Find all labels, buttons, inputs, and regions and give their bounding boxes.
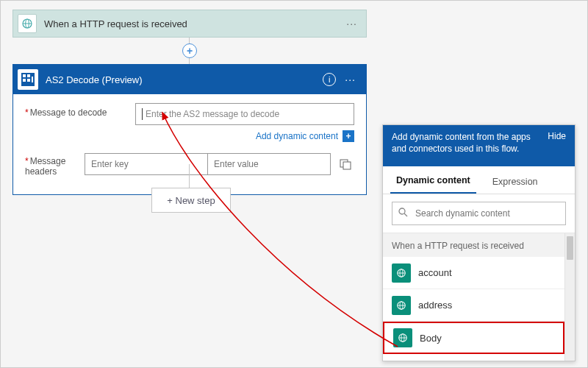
- action-menu-button[interactable]: ···: [342, 74, 359, 85]
- token-body[interactable]: Body: [383, 322, 564, 354]
- http-trigger-icon: [18, 14, 37, 33]
- token-label: address: [418, 300, 452, 311]
- http-token-icon: [393, 328, 412, 347]
- switch-to-text-mode-icon[interactable]: [337, 158, 354, 170]
- tab-expression[interactable]: Expression: [487, 169, 544, 194]
- scrollbar-track[interactable]: [564, 233, 575, 361]
- token-label: Body: [420, 333, 442, 344]
- trigger-title: When a HTTP request is received: [44, 18, 343, 29]
- action-title: AS2 Decode (Preview): [46, 74, 323, 85]
- info-icon[interactable]: i: [323, 73, 336, 86]
- tab-dynamic-content[interactable]: Dynamic content: [390, 168, 476, 194]
- add-dynamic-content-plus-icon[interactable]: +: [343, 130, 354, 142]
- svg-rect-10: [343, 162, 351, 169]
- svg-point-11: [399, 208, 405, 214]
- search-icon: [398, 208, 408, 219]
- add-dynamic-content-link[interactable]: Add dynamic content: [256, 131, 338, 141]
- header-value-input[interactable]: [208, 154, 330, 174]
- new-step-button[interactable]: + New step: [151, 188, 231, 213]
- svg-rect-7: [27, 79, 30, 82]
- trigger-menu-button[interactable]: ···: [343, 18, 360, 29]
- svg-line-12: [404, 213, 407, 216]
- svg-rect-4: [23, 74, 26, 77]
- action-header[interactable]: AS2 Decode (Preview) i ···: [13, 65, 366, 94]
- token-label: account: [418, 267, 452, 278]
- as2-connector-icon: [18, 69, 38, 90]
- connector-line-2: [189, 164, 190, 188]
- token-address[interactable]: address: [383, 289, 564, 322]
- dynamic-content-panel: Add dynamic content from the apps and co…: [382, 124, 576, 361]
- svg-rect-6: [23, 79, 26, 82]
- panel-heading: Add dynamic content from the apps and co…: [392, 131, 543, 160]
- message-to-decode-label: *Message to decode: [25, 103, 135, 118]
- svg-rect-8: [32, 77, 33, 82]
- token-group-label: When a HTTP request is received: [383, 233, 564, 257]
- http-token-icon: [392, 296, 411, 315]
- message-placeholder: Enter the AS2 message to decode: [146, 109, 279, 119]
- svg-rect-5: [27, 74, 30, 77]
- message-to-decode-input[interactable]: Enter the AS2 message to decode: [135, 103, 354, 125]
- insert-step-button[interactable]: +: [182, 43, 197, 58]
- action-card-as2-decode: AS2 Decode (Preview) i ··· *Message to d…: [12, 64, 367, 195]
- panel-tabs: Dynamic content Expression: [383, 166, 575, 194]
- message-headers-label: *Message headers: [25, 152, 85, 177]
- search-dynamic-content[interactable]: [392, 202, 566, 225]
- scrollbar-thumb[interactable]: [567, 236, 573, 260]
- token-account[interactable]: account: [383, 257, 564, 289]
- http-token-icon: [392, 263, 411, 283]
- trigger-card[interactable]: When a HTTP request is received ···: [12, 10, 367, 38]
- search-input[interactable]: [414, 208, 559, 219]
- hide-panel-link[interactable]: Hide: [548, 131, 566, 160]
